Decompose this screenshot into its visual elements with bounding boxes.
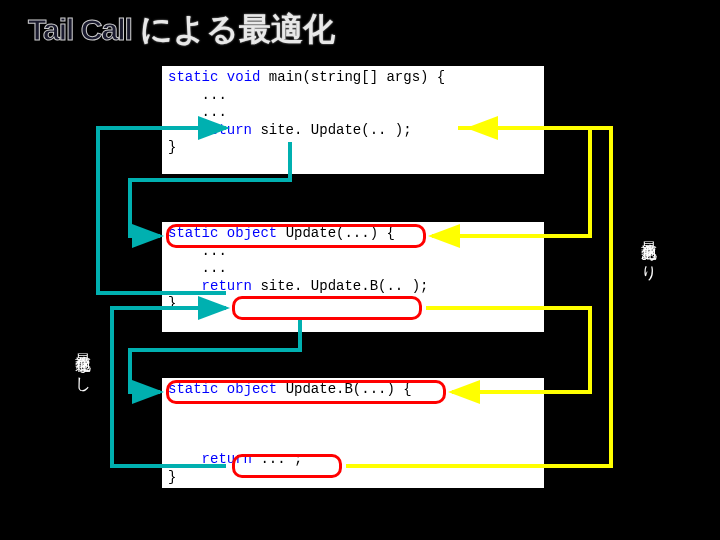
code-text: main(string[] args) { [260,69,445,85]
code-text: site. Update.B(.. ); [252,278,428,294]
title-japanese: による最適化 [140,8,335,52]
code-text: ... [168,87,227,103]
highlight-update-signature [166,224,426,248]
highlight-update-b-signature [166,380,446,404]
label-no-optimization: 最適化なし [72,340,93,386]
highlight-tail-call-update-b [232,296,422,320]
code-text: site. Update(.. ); [252,122,412,138]
code-text: ... [168,260,227,276]
code-text: ... [168,104,227,120]
keyword-void: void [218,69,260,85]
code-text: } [168,139,176,155]
code-text: } [168,469,176,485]
keyword-return: return [168,278,252,294]
label-with-optimization: 最適化あり [638,228,659,274]
code-text: } [168,295,176,311]
slide-title: Tail Call による最適化 [28,8,335,52]
code-block-main: static void main(string[] args) { ... ..… [162,66,544,174]
keyword-static: static [168,69,218,85]
highlight-final-return [232,454,342,478]
title-english: Tail Call [28,13,132,47]
keyword-return: return [168,122,252,138]
